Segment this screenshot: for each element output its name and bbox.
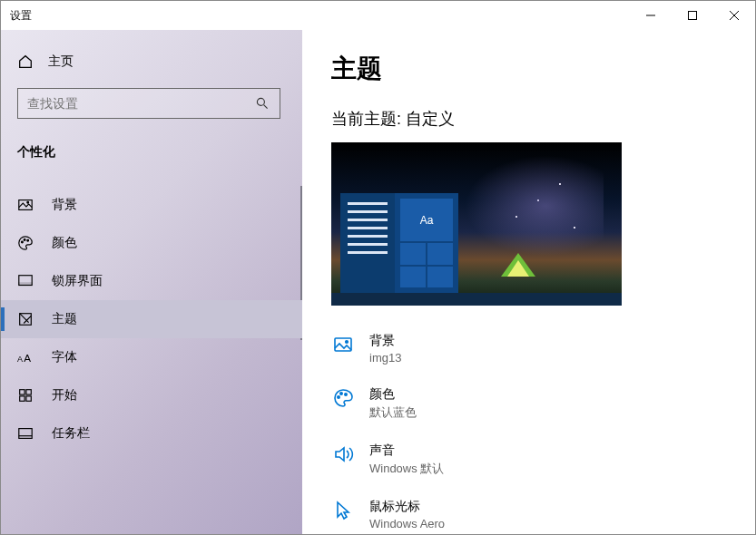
picture-icon: [331, 333, 355, 356]
svg-rect-22: [335, 338, 351, 351]
svg-point-26: [345, 394, 347, 395]
setting-value: 默认蓝色: [369, 404, 417, 421]
nav-item-taskbar[interactable]: 任务栏: [1, 414, 302, 452]
fonts-icon: AA: [17, 349, 34, 365]
maximize-button[interactable]: [672, 1, 713, 30]
svg-point-4: [257, 98, 264, 105]
search-icon: [254, 95, 270, 112]
nav-item-colors[interactable]: 颜色: [1, 224, 302, 262]
nav-item-fonts[interactable]: AA 字体: [1, 338, 302, 376]
setting-sounds[interactable]: 声音 Windows 默认: [331, 433, 726, 490]
svg-rect-1: [689, 12, 697, 20]
setting-value: Windows Aero: [369, 517, 445, 530]
svg-text:A: A: [17, 355, 23, 364]
svg-point-25: [340, 393, 342, 394]
setting-value: img13: [369, 351, 401, 365]
themes-icon: [17, 311, 34, 327]
home-icon: [17, 54, 34, 70]
window-title: 设置: [1, 8, 630, 24]
nav-item-start[interactable]: 开始: [1, 376, 302, 414]
preview-tile: Aa: [400, 199, 453, 241]
svg-rect-19: [26, 396, 31, 401]
speaker-icon: [331, 443, 355, 466]
preview-taskbar: [331, 293, 622, 306]
svg-rect-20: [19, 429, 32, 439]
taskbar-icon: [17, 425, 34, 442]
setting-title: 背景: [369, 333, 401, 349]
setting-title: 声音: [369, 443, 444, 459]
svg-rect-16: [20, 390, 25, 394]
nav-label: 背景: [52, 197, 77, 213]
palette-icon: [17, 235, 34, 251]
sidebar: 主页 个性化: [1, 30, 302, 534]
nav-list: 背景 颜色 锁屏界面: [1, 186, 302, 452]
nav-item-themes[interactable]: 主题: [1, 300, 302, 338]
page-title: 主题: [331, 52, 726, 86]
search-input[interactable]: [27, 96, 254, 111]
nav-label: 锁屏界面: [52, 273, 103, 289]
current-theme-label: 当前主题: 自定义: [331, 108, 726, 130]
nav-label: 字体: [52, 349, 77, 365]
setting-cursor[interactable]: 鼠标光标 Windows Aero: [331, 490, 726, 534]
svg-point-24: [338, 396, 339, 398]
nav-item-lockscreen[interactable]: 锁屏界面: [1, 262, 302, 300]
section-header: 个性化: [1, 135, 302, 186]
lockscreen-icon: [17, 273, 34, 289]
main-content: 主题 当前主题: 自定义 Aa: [302, 30, 755, 534]
setting-title: 颜色: [369, 386, 417, 403]
start-icon: [17, 387, 34, 404]
close-button[interactable]: [713, 1, 755, 30]
home-button[interactable]: 主页: [1, 44, 302, 79]
preview-tent: [501, 253, 535, 277]
nav-label: 开始: [52, 387, 77, 404]
cursor-icon: [331, 499, 355, 522]
setting-value: Windows 默认: [369, 461, 444, 477]
minimize-button[interactable]: [630, 1, 672, 30]
nav-item-background[interactable]: 背景: [1, 186, 302, 224]
preview-start-menu: Aa: [340, 193, 458, 293]
palette-icon: [331, 386, 355, 410]
svg-point-8: [22, 241, 24, 243]
nav-label: 主题: [52, 311, 77, 327]
svg-point-9: [24, 239, 25, 241]
svg-line-5: [264, 105, 268, 109]
preview-wallpaper: [458, 151, 604, 260]
nav-label: 任务栏: [52, 425, 90, 442]
picture-icon: [17, 197, 34, 213]
svg-rect-18: [20, 396, 25, 401]
setting-title: 鼠标光标: [369, 499, 445, 515]
svg-rect-17: [26, 390, 31, 394]
svg-text:A: A: [24, 352, 31, 364]
setting-color[interactable]: 颜色 默认蓝色: [331, 377, 726, 433]
theme-preview[interactable]: Aa: [331, 142, 622, 306]
home-label: 主页: [48, 54, 74, 70]
settings-window: 设置 主页: [0, 0, 756, 535]
search-box[interactable]: [17, 88, 280, 119]
titlebar[interactable]: 设置: [1, 1, 755, 30]
setting-background[interactable]: 背景 img13: [331, 324, 726, 377]
svg-rect-12: [19, 283, 32, 286]
svg-point-10: [27, 239, 29, 241]
svg-point-23: [346, 341, 349, 344]
nav-label: 颜色: [52, 235, 77, 251]
svg-point-7: [27, 201, 29, 203]
